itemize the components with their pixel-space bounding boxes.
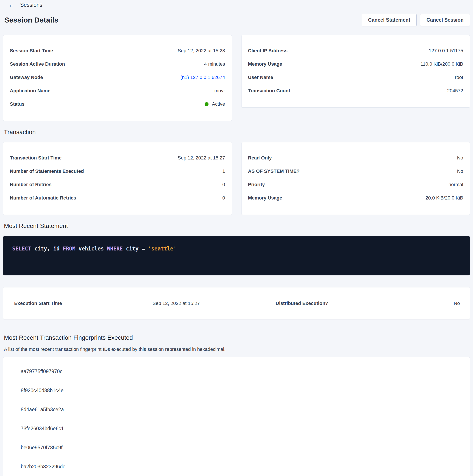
detail-value: 204572 — [447, 88, 463, 94]
cancel-session-button[interactable]: Cancel Session — [420, 14, 470, 26]
transaction-cards: Transaction Start Time Sep 12, 2022 at 1… — [3, 142, 470, 215]
detail-label: Client IP Address — [248, 48, 288, 54]
fingerprints-description: A list of the most recent transaction fi… — [4, 346, 473, 352]
fingerprint-item: 8d4ae61a5fb3ce2a — [3, 400, 470, 419]
detail-value: 4 minutes — [204, 61, 225, 67]
detail-label: Gateway Node — [10, 75, 43, 80]
detail-value: normal — [449, 182, 463, 187]
fingerprint-id: aa79775ff097970c — [21, 369, 62, 374]
detail-label: Transaction Count — [248, 88, 290, 94]
back-link[interactable]: ← Sessions — [0, 0, 473, 8]
transaction-card-right: Read Only No AS OF SYSTEM TIME? No Prior… — [241, 142, 470, 215]
detail-value: 110.0 KiB/200.0 KiB — [421, 61, 463, 67]
detail-label: Distributed Execution? — [276, 301, 454, 306]
detail-label: Session Start Time — [10, 48, 53, 54]
fingerprint-id: 73fe26034bd6e6c1 — [21, 426, 64, 432]
detail-row: Read Only No — [248, 151, 463, 165]
sql-keyword: WHERE — [107, 246, 123, 252]
execution-card: Execution Start Time Sep 12, 2022 at 15:… — [3, 287, 470, 319]
sql-code-block: SELECT city, id FROM vehicles WHERE city… — [3, 236, 470, 275]
detail-value: movr — [214, 88, 225, 94]
detail-value: 0 — [222, 195, 225, 201]
back-arrow-icon: ← — [8, 2, 15, 8]
detail-label: Execution Start Time — [14, 301, 153, 306]
detail-label: Priority — [248, 182, 265, 187]
session-cards: Session Start Time Sep 12, 2022 at 15:23… — [3, 35, 470, 121]
status-active-dot-icon — [205, 102, 209, 106]
sql-string-literal: 'seattle' — [148, 246, 176, 252]
detail-row: Gateway Node (n1) 127.0.0.1:62674 — [10, 71, 225, 84]
fingerprint-id: 8d4ae61a5fb3ce2a — [21, 407, 64, 413]
detail-row: Session Active Duration 4 minutes — [10, 57, 225, 71]
sql-text: city, id — [31, 246, 63, 252]
detail-row: Memory Usage 20.0 KiB/20.0 KiB — [248, 191, 463, 204]
detail-label: Memory Usage — [248, 61, 282, 67]
detail-row: User Name root — [248, 71, 463, 84]
sql-statement: SELECT city, id FROM vehicles WHERE city… — [12, 246, 470, 252]
cancel-statement-button[interactable]: Cancel Statement — [362, 14, 417, 26]
transaction-card-left: Transaction Start Time Sep 12, 2022 at 1… — [3, 142, 232, 215]
detail-value: 0 — [222, 182, 225, 187]
detail-value: 127.0.0.1:51175 — [429, 48, 463, 54]
detail-label: Transaction Start Time — [10, 155, 62, 161]
fingerprint-item: ba2b203b823296de — [3, 457, 470, 476]
fingerprints-card: aa79775ff097970c 8f920c40d88b1c4e 8d4ae6… — [3, 357, 470, 476]
detail-label: Session Active Duration — [10, 61, 65, 67]
detail-value: No — [454, 301, 460, 306]
detail-row: Number of Retries 0 — [10, 178, 225, 191]
gateway-node-link[interactable]: (n1) 127.0.0.1:62674 — [180, 75, 225, 80]
detail-row: Memory Usage 110.0 KiB/200.0 KiB — [248, 57, 463, 71]
detail-row: AS OF SYSTEM TIME? No — [248, 165, 463, 178]
detail-label: AS OF SYSTEM TIME? — [248, 169, 300, 174]
sql-text: vehicles — [75, 246, 107, 252]
session-card-right: Client IP Address 127.0.0.1:51175 Memory… — [241, 35, 470, 108]
detail-label: Memory Usage — [248, 195, 282, 201]
detail-row: Number of Statements Executed 1 — [10, 165, 225, 178]
detail-row: Number of Automatic Retries 0 — [10, 191, 225, 204]
fingerprint-item: be06e9570f785c9f — [3, 438, 470, 457]
detail-label: Number of Automatic Retries — [10, 195, 76, 201]
detail-row: Transaction Count 204572 — [248, 84, 463, 97]
statement-section-heading: Most Recent Statement — [4, 222, 473, 229]
fingerprint-id: ba2b203b823296de — [21, 464, 65, 470]
detail-label: Application Name — [10, 88, 50, 94]
sql-keyword: FROM — [63, 246, 75, 252]
detail-label: Number of Statements Executed — [10, 169, 84, 174]
page-title: Session Details — [4, 16, 58, 24]
detail-value: 1 — [222, 169, 225, 174]
detail-row: Session Start Time Sep 12, 2022 at 15:23 — [10, 44, 225, 57]
detail-row: Status Active — [10, 97, 225, 111]
fingerprint-item: 73fe26034bd6e6c1 — [3, 419, 470, 438]
status-value: Active — [205, 101, 225, 107]
sql-text: city = — [123, 246, 148, 252]
detail-value: Sep 12, 2022 at 15:27 — [153, 301, 276, 306]
sql-keyword: SELECT — [12, 246, 31, 252]
detail-value: 20.0 KiB/20.0 KiB — [425, 195, 463, 201]
detail-label: Read Only — [248, 155, 272, 161]
detail-value: Sep 12, 2022 at 15:23 — [178, 48, 225, 54]
session-card-left: Session Start Time Sep 12, 2022 at 15:23… — [3, 35, 232, 121]
fingerprint-item: 8f920c40d88b1c4e — [3, 381, 470, 400]
status-badge: Active — [212, 101, 225, 107]
detail-value: No — [457, 155, 463, 161]
detail-value: Sep 12, 2022 at 15:27 — [178, 155, 225, 161]
detail-row: Priority normal — [248, 178, 463, 191]
detail-value: No — [457, 169, 463, 174]
title-bar: Session Details Cancel Statement Cancel … — [0, 8, 473, 26]
detail-label: User Name — [248, 75, 273, 80]
fingerprint-id: 8f920c40d88b1c4e — [21, 388, 64, 393]
transaction-section-heading: Transaction — [4, 129, 473, 136]
fingerprint-item: aa79775ff097970c — [3, 362, 470, 381]
detail-label: Status — [10, 101, 24, 107]
back-link-label: Sessions — [20, 2, 42, 8]
detail-row: Client IP Address 127.0.0.1:51175 — [248, 44, 463, 57]
detail-label: Number of Retries — [10, 182, 51, 187]
detail-value: root — [455, 75, 463, 80]
fingerprint-id: be06e9570f785c9f — [21, 445, 63, 451]
detail-row: Transaction Start Time Sep 12, 2022 at 1… — [10, 151, 225, 165]
detail-row: Application Name movr — [10, 84, 225, 97]
fingerprints-section-heading: Most Recent Transaction Fingerprints Exe… — [4, 334, 473, 341]
